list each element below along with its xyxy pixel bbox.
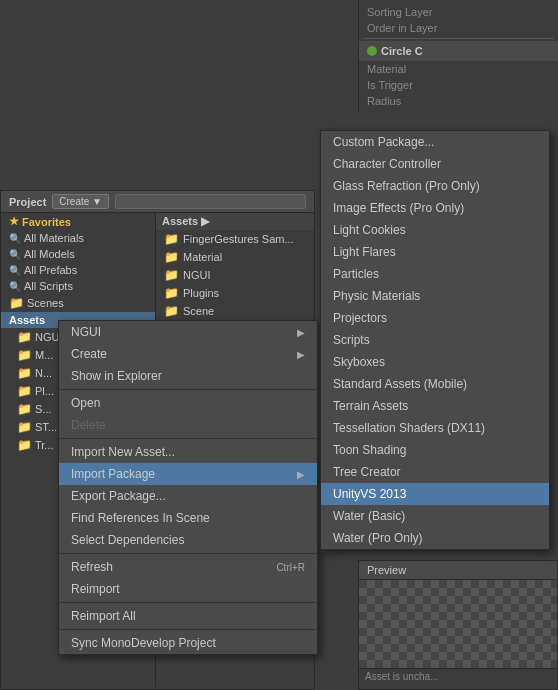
- inspector-panel: Sorting Layer Order in Layer Circle C Ma…: [358, 0, 558, 113]
- sub-water-pro-only[interactable]: Water (Pro Only): [321, 527, 549, 549]
- ctx-refresh[interactable]: Refresh Ctrl+R: [59, 556, 317, 578]
- ctx-sync-monodevelop[interactable]: Sync MonoDevelop Project: [59, 632, 317, 654]
- is-trigger-label: Is Trigger: [367, 79, 437, 91]
- sub-custom-package[interactable]: Custom Package...: [321, 131, 549, 153]
- circle-c-header: Circle C: [359, 41, 558, 61]
- fingergestures-item[interactable]: 📁 FingerGestures Sam...: [156, 230, 314, 248]
- preview-footer: Asset is uncha...: [359, 668, 557, 684]
- ngui-file-label: NGUI: [183, 269, 211, 281]
- n-label: N...: [35, 367, 52, 379]
- sub-tessellation-shaders[interactable]: Tessellation Shaders (DX11): [321, 417, 549, 439]
- sub-terrain-assets[interactable]: Terrain Assets: [321, 395, 549, 417]
- folder-fg-icon: 📁: [164, 232, 179, 246]
- green-dot-icon: [367, 46, 377, 56]
- folder-st-icon: 📁: [17, 420, 32, 434]
- ctx-open[interactable]: Open: [59, 392, 317, 414]
- assets-files-label: Assets ▶: [162, 215, 209, 228]
- preview-footer-text: Asset is uncha...: [365, 671, 438, 682]
- ctx-separator-5: [59, 629, 317, 630]
- circle-c-title: Circle C: [381, 45, 423, 57]
- all-prefabs-item[interactable]: 🔍 All Prefabs: [1, 262, 155, 278]
- ctx-import-package-label: Import Package: [71, 467, 155, 481]
- favorites-header: ★ Favorites: [1, 213, 155, 230]
- sub-scripts[interactable]: Scripts: [321, 329, 549, 351]
- ctx-export-package[interactable]: Export Package...: [59, 485, 317, 507]
- folder-scene-icon: 📁: [164, 304, 179, 318]
- folder-ngui-icon: 📁: [17, 330, 32, 344]
- sub-unityvs-2013[interactable]: UnityVS 2013: [321, 483, 549, 505]
- sub-projectors[interactable]: Projectors: [321, 307, 549, 329]
- ctx-show-explorer[interactable]: Show in Explorer: [59, 365, 317, 387]
- ctx-select-deps[interactable]: Select Dependencies: [59, 529, 317, 551]
- assets-files-header: Assets ▶: [156, 213, 314, 230]
- scene-item[interactable]: 📁 Scene: [156, 302, 314, 320]
- folder-mat-icon: 📁: [164, 250, 179, 264]
- ctx-refresh-shortcut: Ctrl+R: [276, 562, 305, 573]
- folder-scenes-icon: 📁: [9, 296, 24, 310]
- material-label: Material: [183, 251, 222, 263]
- order-in-layer-row: Order in Layer: [359, 20, 558, 36]
- material-item[interactable]: 📁 Material: [156, 248, 314, 266]
- ctx-delete[interactable]: Delete: [59, 414, 317, 436]
- ctx-ngui-arrow: ▶: [297, 327, 305, 338]
- folder-pl-icon: 📁: [17, 384, 32, 398]
- ctx-separator-3: [59, 553, 317, 554]
- import-package-submenu: Custom Package... Character Controller G…: [320, 130, 550, 550]
- all-scripts-label: All Scripts: [24, 280, 73, 292]
- all-materials-item[interactable]: 🔍 All Materials: [1, 230, 155, 246]
- preview-content: [359, 580, 557, 668]
- ngui-file-item[interactable]: 📁 NGUI: [156, 266, 314, 284]
- scene-label: Scene: [183, 305, 214, 317]
- sub-water-basic[interactable]: Water (Basic): [321, 505, 549, 527]
- preview-title: Preview: [367, 564, 406, 576]
- ctx-import-package-arrow: ▶: [297, 469, 305, 480]
- ctx-create[interactable]: Create ▶: [59, 343, 317, 365]
- ctx-import-package[interactable]: Import Package ▶: [59, 463, 317, 485]
- ctx-reimport[interactable]: Reimport: [59, 578, 317, 600]
- folder-n-icon: 📁: [17, 366, 32, 380]
- sub-toon-shading[interactable]: Toon Shading: [321, 439, 549, 461]
- sorting-layer-label: Sorting Layer: [367, 6, 437, 18]
- search-input[interactable]: [115, 194, 306, 209]
- star-icon: ★: [9, 215, 19, 228]
- sub-light-flares[interactable]: Light Flares: [321, 241, 549, 263]
- ctx-reimport-all[interactable]: Reimport All: [59, 605, 317, 627]
- tr-label: Tr...: [35, 439, 54, 451]
- sub-image-effects[interactable]: Image Effects (Pro Only): [321, 197, 549, 219]
- sub-tree-creator[interactable]: Tree Creator: [321, 461, 549, 483]
- context-menu: NGUI ▶ Create ▶ Show in Explorer Open De…: [58, 320, 318, 655]
- scenes-item[interactable]: 📁 Scenes: [1, 294, 155, 312]
- folder-ngui-file-icon: 📁: [164, 268, 179, 282]
- radius-label: Radius: [367, 95, 437, 107]
- folder-tr-icon: 📁: [17, 438, 32, 452]
- pl-label: Pl...: [35, 385, 54, 397]
- plugins-label: Plugins: [183, 287, 219, 299]
- material-row: Material: [359, 61, 558, 77]
- create-button[interactable]: Create ▼: [52, 194, 109, 209]
- inspector-divider: [363, 38, 554, 39]
- sub-glass-refraction[interactable]: Glass Refraction (Pro Only): [321, 175, 549, 197]
- sub-light-cookies[interactable]: Light Cookies: [321, 219, 549, 241]
- is-trigger-row: Is Trigger: [359, 77, 558, 93]
- sub-particles[interactable]: Particles: [321, 263, 549, 285]
- search-icon-models: 🔍: [9, 249, 21, 260]
- st-label: ST...: [35, 421, 57, 433]
- all-scripts-item[interactable]: 🔍 All Scripts: [1, 278, 155, 294]
- favorites-label: Favorites: [22, 216, 71, 228]
- ctx-find-refs[interactable]: Find References In Scene: [59, 507, 317, 529]
- plugins-item[interactable]: 📁 Plugins: [156, 284, 314, 302]
- ctx-separator-2: [59, 438, 317, 439]
- sub-skyboxes[interactable]: Skyboxes: [321, 351, 549, 373]
- sub-character-controller[interactable]: Character Controller: [321, 153, 549, 175]
- ctx-import-new-asset[interactable]: Import New Asset...: [59, 441, 317, 463]
- order-in-layer-label: Order in Layer: [367, 22, 437, 34]
- sub-standard-assets-mobile[interactable]: Standard Assets (Mobile): [321, 373, 549, 395]
- fingergestures-label: FingerGestures Sam...: [183, 233, 294, 245]
- all-prefabs-label: All Prefabs: [24, 264, 77, 276]
- all-models-item[interactable]: 🔍 All Models: [1, 246, 155, 262]
- ctx-ngui[interactable]: NGUI ▶: [59, 321, 317, 343]
- search-icon-materials: 🔍: [9, 233, 21, 244]
- assets-root-label: Assets: [9, 314, 45, 326]
- material-label: Material: [367, 63, 437, 75]
- sub-physic-materials[interactable]: Physic Materials: [321, 285, 549, 307]
